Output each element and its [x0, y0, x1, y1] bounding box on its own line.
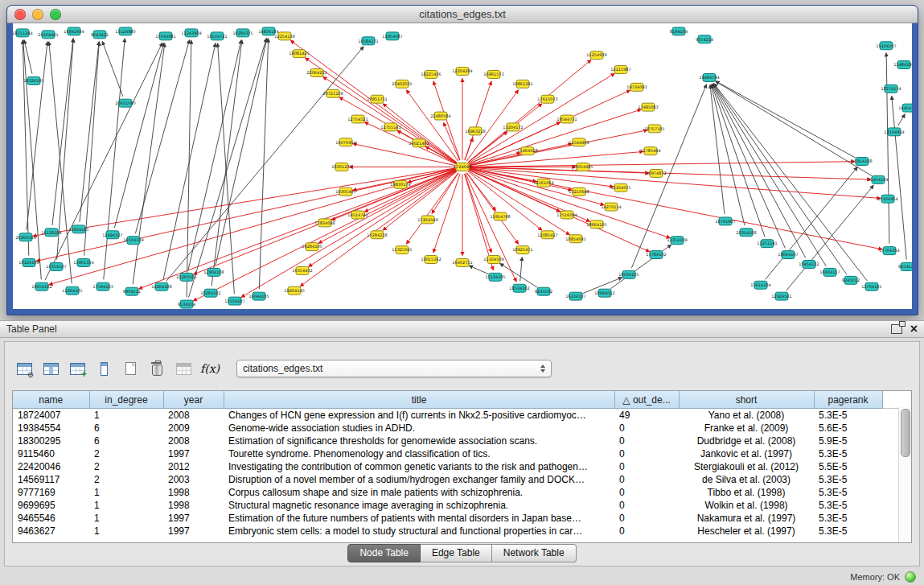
table-cell[interactable]: 0 [614, 525, 679, 538]
table-cell[interactable]: Nakamura et al. (1997) [679, 512, 814, 525]
table-cell[interactable]: 5.3E-5 [814, 525, 882, 538]
graph-node[interactable]: 18925471 [512, 246, 532, 254]
graph-node[interactable]: 10854095 [565, 235, 585, 243]
column-header-6[interactable]: pagerank [814, 391, 882, 409]
graph-node[interactable]: 20721109 [322, 89, 343, 97]
graph-node[interactable]: 11954087 [382, 32, 402, 40]
table-cell[interactable]: 2008 [163, 409, 224, 422]
graph-node[interactable]: 18044107 [778, 251, 798, 259]
graph-node[interactable]: 9643421 [91, 31, 109, 39]
graph-node[interactable]: 17784102 [646, 251, 666, 259]
graph-node[interactable]: 16021402 [409, 139, 429, 147]
table-row[interactable]: 911546021997Tourette syndrome. Phenomeno… [13, 447, 901, 460]
graph-node[interactable]: 17104954 [877, 195, 897, 203]
graph-node[interactable]: 16234107 [565, 292, 585, 300]
graph-node[interactable]: 18081425 [289, 50, 309, 58]
graph-node[interactable]: 16791907 [715, 217, 735, 225]
graph-node[interactable]: 18301237 [331, 163, 351, 171]
graph-node[interactable]: 10974872 [646, 169, 666, 177]
graph-node[interactable]: 17485083 [638, 103, 658, 111]
graph-node[interactable]: 10354107 [46, 262, 66, 270]
graph-node[interactable]: 12494107 [102, 231, 122, 239]
graph-node[interactable]: 19534721 [207, 32, 227, 40]
graph-node[interactable]: 18534102 [509, 284, 529, 292]
table-scrollbar[interactable] [898, 407, 911, 542]
graph-node[interactable]: 19861291 [512, 80, 532, 88]
table-cell[interactable]: 2 [89, 447, 163, 460]
table-cell[interactable]: 0 [614, 435, 679, 447]
table-cell[interactable]: 2008 [163, 435, 224, 447]
graph-node[interactable]: 18757105 [644, 125, 664, 133]
graph-node[interactable]: 9534104 [178, 300, 195, 308]
graph-node[interactable]: 11484100 [893, 61, 912, 69]
tab-network-table[interactable]: Network Table [492, 544, 577, 562]
graph-node[interactable]: 16961573 [483, 71, 503, 79]
graph-node[interactable]: 14454103 [898, 104, 912, 112]
graph-node[interactable]: 12904108 [203, 268, 224, 276]
graph-node[interactable]: 17851751 [367, 95, 387, 103]
graph-node[interactable]: 10454132 [799, 261, 819, 269]
graph-node[interactable]: 10694012 [594, 289, 614, 297]
table-row[interactable]: 946554611997Estimation of the future num… [13, 512, 901, 525]
graph-node[interactable]: 22480584 [430, 112, 450, 120]
table-cell[interactable]: Genome-wide association studies in ADHD. [224, 422, 614, 435]
graph-node[interactable]: 16044105 [248, 292, 269, 300]
graph-node[interactable]: 11254939 [586, 51, 606, 60]
graph-node[interactable]: 19734093 [626, 83, 647, 91]
table-cell[interactable]: 0 [614, 499, 679, 512]
table-cell[interactable]: Dudbridge et al. (2008) [679, 435, 814, 447]
table-cell[interactable]: Stergiakouli et al. (2012) [679, 460, 814, 473]
graph-node[interactable]: 12755141 [380, 123, 400, 131]
table-cell[interactable]: 6 [89, 435, 163, 447]
table-cell[interactable]: Disruption of a novel member of a sodium… [224, 473, 614, 486]
new-row-button[interactable] [119, 358, 142, 379]
graph-node[interactable]: 12085417 [537, 231, 557, 239]
column-header-5[interactable]: short [679, 391, 814, 409]
table-cell[interactable]: 0 [614, 473, 679, 486]
graph-node[interactable]: 12924501 [771, 292, 791, 300]
graph-node[interactable]: 16054985 [573, 163, 593, 171]
table-row[interactable]: 977716911998Corpus callosum shape and si… [13, 486, 901, 499]
table-cell[interactable]: 1998 [163, 486, 224, 499]
table-row[interactable]: 1830029562008Estimation of significance … [13, 435, 901, 447]
table-cell[interactable]: 1998 [163, 499, 224, 512]
graph-node[interactable]: 1724040 [454, 163, 471, 171]
graph-node[interactable]: 16076954 [335, 138, 355, 146]
table-cell[interactable]: Embryonic stem cells: a model to study s… [224, 525, 614, 538]
scrollbar-thumb[interactable] [901, 409, 910, 457]
table-cell[interactable]: 5.3E-5 [814, 473, 882, 486]
table-cell[interactable]: Jankovic et al. (1997) [679, 447, 814, 460]
graph-node[interactable]: 9245012 [842, 276, 860, 284]
graph-node[interactable]: 11454104 [868, 175, 888, 183]
graph-node[interactable]: 12215987 [610, 66, 630, 74]
table-cell[interactable]: 14569117 [13, 473, 89, 486]
table-cell[interactable]: 1997 [163, 512, 224, 525]
graph-node[interactable]: 17594103 [92, 282, 113, 290]
graph-node[interactable]: 15954108 [852, 158, 872, 166]
graph-node[interactable]: 16963218 [465, 127, 485, 135]
graph-node[interactable]: 17704354 [879, 247, 899, 255]
column-header-2[interactable]: year [163, 391, 224, 409]
table-row[interactable]: 1938455462009Genome-wide association stu… [13, 422, 901, 435]
minimize-window-button[interactable] [32, 9, 43, 20]
table-cell[interactable]: 0 [614, 486, 679, 499]
table-row[interactable]: 1456911722003Disruption of a novel membe… [13, 473, 901, 486]
table-cell[interactable]: 2009 [163, 422, 224, 435]
table-cell[interactable]: 5.9E-5 [814, 435, 882, 447]
table-row[interactable]: 2242004622012Investigating the contribut… [13, 460, 901, 473]
float-panel-icon[interactable] [891, 324, 902, 334]
graph-node[interactable]: 11264105 [62, 286, 82, 295]
graph-node[interactable]: 15134105 [485, 273, 505, 281]
table-row[interactable]: 946362711997Embryonic stem cells: a mode… [13, 525, 901, 538]
close-panel-icon[interactable]: × [910, 323, 918, 336]
graph-node[interactable]: 11104509 [483, 256, 503, 264]
graph-node[interactable]: 12204284 [452, 68, 472, 76]
graph-node[interactable]: 19015342 [421, 256, 441, 264]
network-window[interactable]: citations_edges.txt 17240401605498511544… [6, 5, 918, 315]
graph-node[interactable]: 15901354 [73, 259, 93, 267]
graph-node[interactable]: 15464918 [517, 147, 537, 155]
table-selector-dropdown[interactable]: citations_edges.txt [236, 360, 552, 377]
table-mode-button[interactable]: ⚙ [13, 358, 35, 379]
graph-node[interactable]: 15954798 [490, 212, 510, 220]
graph-node[interactable]: 15785494 [640, 147, 660, 155]
